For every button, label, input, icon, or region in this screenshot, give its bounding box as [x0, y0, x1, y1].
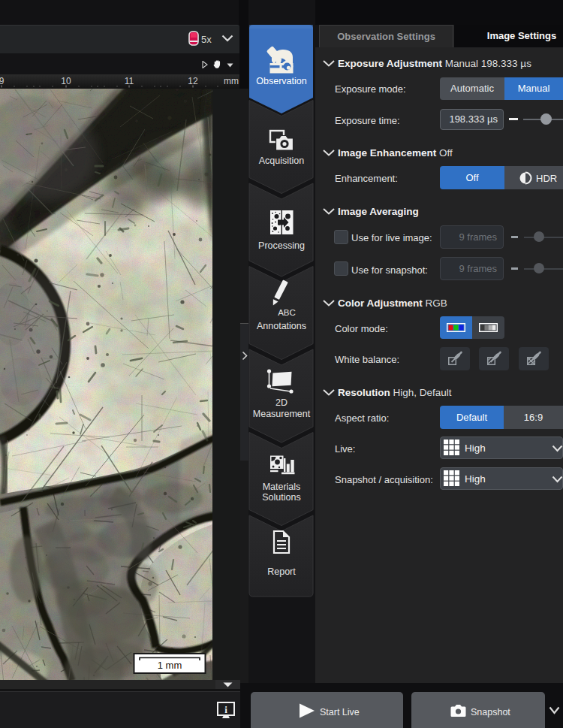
svg-text:1 mm: 1 mm — [158, 660, 182, 671]
svg-text:Processing: Processing — [258, 240, 305, 251]
svg-text:Solutions: Solutions — [262, 492, 300, 503]
svg-text:2D: 2D — [275, 397, 288, 408]
svg-text:11: 11 — [125, 76, 134, 86]
svg-text:Acquisition: Acquisition — [259, 156, 304, 166]
svg-text:Annotations: Annotations — [257, 321, 306, 331]
svg-text:mm: mm — [224, 76, 239, 86]
svg-text:i: i — [224, 704, 227, 715]
svg-text:Observation: Observation — [256, 76, 306, 86]
svg-text:9: 9 — [0, 76, 5, 86]
svg-text:Report: Report — [267, 566, 296, 577]
svg-text:Materials: Materials — [263, 482, 301, 492]
svg-text:10: 10 — [61, 76, 71, 86]
svg-text:ABC: ABC — [278, 308, 296, 317]
svg-text:Measurement: Measurement — [253, 409, 311, 419]
svg-text:12: 12 — [188, 76, 198, 86]
